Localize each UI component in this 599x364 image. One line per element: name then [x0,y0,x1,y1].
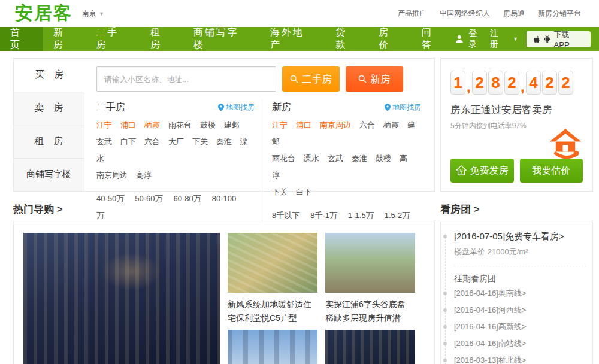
district-link[interactable]: 南京周边 [320,120,351,129]
chevron-down-icon[interactable]: ▼ [513,36,518,42]
toplink-newhome-distribution[interactable]: 新房分销平台 [538,8,581,19]
download-app-button[interactable]: 下载APP [527,31,591,47]
district-link[interactable]: 浦口 [120,120,136,129]
hot-deal-caption[interactable]: 新风系统加地暖舒适住宅保利堂悦C5户型 [228,293,317,330]
nav-item-new-homes[interactable]: 新房 [43,27,86,51]
map-pin-icon [385,104,391,111]
search-newhome-button[interactable]: 新房 [346,66,403,92]
district-link[interactable]: 江宁 [96,120,112,129]
search-row-section: 买 房 卖 房 租 房 商铺写字楼 二手房 [13,58,593,192]
district-row: 下关白下 [272,184,421,201]
tour-history-item: [2016-04-16]南站线> [454,336,586,351]
ershoufang-map-link[interactable]: 地图找房 [218,102,255,113]
post-listing-label: 免费发房 [470,165,509,177]
search-input[interactable] [96,66,276,92]
price-range-link[interactable]: 40-50万 [96,194,124,203]
tour-history-link[interactable]: [2016-04-16]河西线> [454,302,586,318]
seller-panel: 1 , 2 8 2 , 4 2 2 房东正通过安居客卖房 5分钟内接到电话率97… [440,58,593,192]
district-link[interactable]: 下关 [192,137,208,146]
district-link[interactable]: 玄武 [328,154,343,163]
district-link[interactable]: 高淳 [136,171,152,180]
district-link[interactable]: 鼓楼 [376,154,391,163]
tour-history-link[interactable]: [2016-03-13]桥北线> [454,353,586,364]
nav-item-resale[interactable]: 二手房 [86,27,140,51]
price-range-link[interactable]: 1.5-2万 [385,211,410,220]
house-tour-title[interactable]: 看房团 > [440,204,593,216]
estimate-button[interactable]: 我要估价 [520,159,583,183]
post-listing-button[interactable]: ¥ 免费发房 [450,159,514,183]
tour-timeline: [2016-07-05]免费专车看房> 楼盘单价 21000元/m² 往期看房团… [441,230,586,364]
district-link[interactable]: 玄武 [96,137,112,146]
district-link[interactable]: 鼓楼 [200,120,216,129]
price-range-link[interactable]: 1-1.5万 [348,211,374,220]
property-photo[interactable] [228,233,317,293]
hot-deal-item: 新风系统加地暖舒适住宅保利堂悦C5户型 [228,233,317,364]
price-range-link[interactable]: 8千-1万 [310,211,337,220]
tour-featured-item: [2016-07-05]免费专车看房> 楼盘单价 21000元/m² [454,230,586,257]
toplink-product-promo[interactable]: 产品推广 [398,8,426,19]
xinfang-map-link[interactable]: 地图找房 [385,102,421,113]
past-tours-title: 往期看房团 [454,274,586,284]
district-link[interactable]: 浦口 [296,120,311,129]
nav-item-qa[interactable]: 问答 [412,27,455,51]
hot-deal-caption[interactable]: 实探江浦6字头谷底盘 稀缺多层现房升值潜 [325,293,415,330]
tab-commercial[interactable]: 商铺写字楼 [14,159,84,192]
district-link[interactable]: 秦淮 [352,154,367,163]
timeline-dot-icon [443,359,447,362]
register-link[interactable]: 注册 [490,28,507,50]
tour-history-link[interactable]: [2016-04-16]南站线> [454,336,586,351]
district-link[interactable]: 栖霞 [144,120,160,129]
login-link[interactable]: 登录 [469,28,486,50]
nav-item-overseas[interactable]: 海外地产 [260,27,325,51]
district-link[interactable]: 六合 [359,120,375,129]
district-link[interactable]: 白下 [296,187,311,196]
property-photo[interactable] [228,330,317,364]
nav-item-commercial[interactable]: 商铺写字楼 [183,27,260,51]
tab-sell-house[interactable]: 卖 房 [14,92,84,126]
property-photo[interactable] [325,330,415,364]
district-link[interactable]: 白下 [120,137,136,146]
tour-history-link[interactable]: [2016-04-16]高新线> [454,319,586,335]
ershoufang-title: 二手房 [96,101,125,114]
toplink-broker-network[interactable]: 中国网络经纪人 [440,8,490,19]
tour-history-item: [2016-04-16]高新线> [454,319,586,335]
nav-item-home[interactable]: 首页 [0,27,43,51]
district-link[interactable]: 江宁 [272,120,288,129]
toplink-fangyitong[interactable]: 房易通 [503,8,525,19]
tour-featured-price: 楼盘单价 21000元/m² [454,247,586,257]
district-link[interactable]: 栖霞 [383,120,399,129]
featured-property-photo[interactable] [23,233,220,364]
district-link[interactable]: 建邺 [224,120,240,129]
district-link[interactable]: 六合 [144,137,160,146]
price-range-link[interactable]: 50-60万 [135,194,162,203]
search-resale-button[interactable]: 二手房 [282,66,340,92]
district-link[interactable]: 溧水 [304,154,319,163]
nav-item-loans[interactable]: 贷款 [326,27,369,51]
ershoufang-panel: 二手房 地图找房 江宁浦口栖霞雨花台鼓楼建邺 [96,100,262,224]
district-row: 南京周边高淳 [96,167,255,184]
house-tour-card: [2016-07-05]免费专车看房> 楼盘单价 21000元/m² 往期看房团… [440,222,593,364]
nav-item-prices[interactable]: 房价 [368,27,412,51]
district-link[interactable]: 南京周边 [96,171,128,180]
search-resale-label: 二手房 [302,72,332,86]
city-selector[interactable]: 南京 ▼ [82,8,104,19]
estimate-label: 我要估价 [532,165,570,177]
nav-item-rent[interactable]: 租房 [140,27,183,51]
district-link[interactable]: 大厂 [168,137,184,146]
property-photo[interactable] [325,233,415,293]
district-link[interactable]: 雨花台 [272,154,295,163]
top-links: 产品推广 中国网络经纪人 房易通 新房分销平台 [398,8,581,19]
district-link[interactable]: 下关 [272,187,288,196]
district-link[interactable]: 雨花台 [168,120,192,129]
tour-featured-link[interactable]: [2016-07-05]免费专车看房> [454,230,586,242]
tour-history-link[interactable]: [2016-04-16]奥南线> [454,286,586,301]
price-row: 40-50万50-60万60-80万80-100万 [96,190,255,224]
search-card: 买 房 卖 房 租 房 商铺写字楼 二手房 [13,58,435,192]
district-link[interactable]: 秦淮 [216,137,232,146]
price-range-link[interactable]: 8千以下 [272,211,300,220]
price-range-link[interactable]: 60-80万 [174,194,201,203]
anjuke-logo[interactable]: 安居客 [15,1,72,26]
tab-rent-house[interactable]: 租 房 [14,125,84,159]
house-yen-icon: ¥ [456,165,467,176]
tab-buy-house[interactable]: 买 房 [14,59,84,92]
